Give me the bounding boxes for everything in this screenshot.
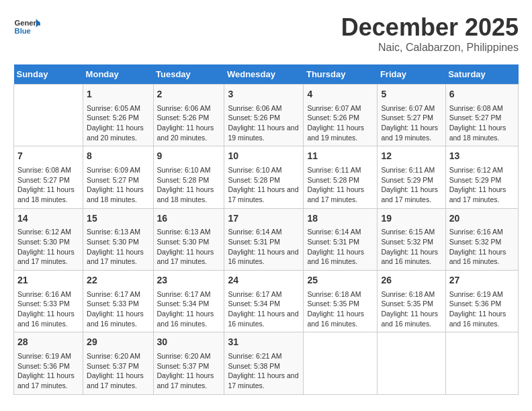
day-number: 13 [449, 150, 515, 163]
calendar-cell: 3Sunrise: 6:06 AMSunset: 5:26 PMDaylight… [224, 85, 304, 146]
week-row-2: 7Sunrise: 6:08 AMSunset: 5:27 PMDaylight… [14, 146, 519, 208]
day-info: Sunrise: 6:17 AMSunset: 5:34 PMDaylight:… [157, 289, 221, 329]
calendar-cell: 5Sunrise: 6:07 AMSunset: 5:27 PMDaylight… [378, 85, 445, 146]
day-info: Sunrise: 6:14 AMSunset: 5:31 PMDaylight:… [307, 227, 373, 267]
calendar-cell: 22Sunrise: 6:17 AMSunset: 5:33 PMDayligh… [83, 271, 153, 332]
weekday-sunday: Sunday [14, 64, 83, 85]
day-number: 5 [381, 88, 441, 101]
subtitle: Naic, Calabarzon, Philippines [341, 42, 519, 54]
day-number: 4 [307, 88, 373, 101]
page-header: General Blue December 2025 Naic, Calabar… [13, 13, 519, 54]
day-number: 30 [157, 336, 221, 349]
calendar-cell: 25Sunrise: 6:18 AMSunset: 5:35 PMDayligh… [304, 271, 378, 332]
weekday-saturday: Saturday [445, 64, 518, 85]
calendar-cell: 30Sunrise: 6:20 AMSunset: 5:37 PMDayligh… [153, 332, 224, 394]
day-number: 7 [17, 150, 79, 163]
day-info: Sunrise: 6:08 AMSunset: 5:27 PMDaylight:… [17, 165, 79, 205]
day-info: Sunrise: 6:10 AMSunset: 5:28 PMDaylight:… [157, 165, 221, 205]
weekday-monday: Monday [83, 64, 153, 85]
calendar-cell: 11Sunrise: 6:11 AMSunset: 5:28 PMDayligh… [304, 146, 378, 208]
logo: General Blue [13, 13, 40, 40]
day-number: 12 [381, 150, 441, 163]
calendar-cell: 19Sunrise: 6:15 AMSunset: 5:32 PMDayligh… [378, 208, 445, 270]
day-number: 9 [157, 150, 221, 163]
day-info: Sunrise: 6:12 AMSunset: 5:30 PMDaylight:… [17, 227, 79, 267]
logo-icon: General Blue [13, 13, 40, 40]
calendar-cell [378, 332, 445, 394]
calendar-cell: 16Sunrise: 6:13 AMSunset: 5:30 PMDayligh… [153, 208, 224, 270]
day-info: Sunrise: 6:08 AMSunset: 5:27 PMDaylight:… [449, 103, 515, 143]
calendar-cell: 9Sunrise: 6:10 AMSunset: 5:28 PMDaylight… [153, 146, 224, 208]
day-info: Sunrise: 6:20 AMSunset: 5:37 PMDaylight:… [157, 351, 221, 391]
week-row-5: 28Sunrise: 6:19 AMSunset: 5:36 PMDayligh… [14, 332, 519, 394]
day-info: Sunrise: 6:12 AMSunset: 5:29 PMDaylight:… [449, 165, 515, 205]
week-row-3: 14Sunrise: 6:12 AMSunset: 5:30 PMDayligh… [14, 208, 519, 270]
day-info: Sunrise: 6:17 AMSunset: 5:33 PMDaylight:… [87, 289, 149, 329]
day-info: Sunrise: 6:21 AMSunset: 5:38 PMDaylight:… [228, 351, 300, 391]
calendar-cell: 15Sunrise: 6:13 AMSunset: 5:30 PMDayligh… [83, 208, 153, 270]
calendar-cell: 6Sunrise: 6:08 AMSunset: 5:27 PMDaylight… [445, 85, 518, 146]
day-number: 28 [17, 336, 79, 349]
calendar-cell: 17Sunrise: 6:14 AMSunset: 5:31 PMDayligh… [224, 208, 304, 270]
main-title: December 2025 [341, 13, 519, 42]
calendar-cell: 31Sunrise: 6:21 AMSunset: 5:38 PMDayligh… [224, 332, 304, 394]
calendar-cell: 26Sunrise: 6:18 AMSunset: 5:35 PMDayligh… [378, 271, 445, 332]
svg-text:Blue: Blue [15, 27, 31, 35]
weekday-tuesday: Tuesday [153, 64, 224, 85]
day-number: 1 [87, 88, 149, 101]
day-info: Sunrise: 6:05 AMSunset: 5:26 PMDaylight:… [87, 103, 149, 143]
day-info: Sunrise: 6:15 AMSunset: 5:32 PMDaylight:… [381, 227, 441, 267]
day-number: 14 [17, 212, 79, 226]
day-number: 31 [228, 336, 300, 349]
day-info: Sunrise: 6:16 AMSunset: 5:33 PMDaylight:… [17, 289, 79, 329]
calendar-cell: 2Sunrise: 6:06 AMSunset: 5:26 PMDaylight… [153, 85, 224, 146]
calendar-cell: 18Sunrise: 6:14 AMSunset: 5:31 PMDayligh… [304, 208, 378, 270]
day-number: 19 [381, 212, 441, 226]
calendar-table: SundayMondayTuesdayWednesdayThursdayFrid… [13, 64, 519, 395]
day-number: 2 [157, 88, 221, 101]
calendar-cell: 27Sunrise: 6:19 AMSunset: 5:36 PMDayligh… [445, 271, 518, 332]
day-info: Sunrise: 6:07 AMSunset: 5:27 PMDaylight:… [381, 103, 441, 143]
calendar-cell: 7Sunrise: 6:08 AMSunset: 5:27 PMDaylight… [14, 146, 83, 208]
day-info: Sunrise: 6:18 AMSunset: 5:35 PMDaylight:… [381, 289, 441, 329]
day-info: Sunrise: 6:19 AMSunset: 5:36 PMDaylight:… [17, 351, 79, 391]
calendar-cell: 29Sunrise: 6:20 AMSunset: 5:37 PMDayligh… [83, 332, 153, 394]
calendar-cell [304, 332, 378, 394]
week-row-4: 21Sunrise: 6:16 AMSunset: 5:33 PMDayligh… [14, 271, 519, 332]
day-number: 22 [87, 274, 149, 287]
calendar-cell: 1Sunrise: 6:05 AMSunset: 5:26 PMDaylight… [83, 85, 153, 146]
calendar-cell: 28Sunrise: 6:19 AMSunset: 5:36 PMDayligh… [14, 332, 83, 394]
calendar-header: SundayMondayTuesdayWednesdayThursdayFrid… [14, 64, 519, 85]
weekday-wednesday: Wednesday [224, 64, 304, 85]
day-info: Sunrise: 6:13 AMSunset: 5:30 PMDaylight:… [87, 227, 149, 267]
calendar-cell: 10Sunrise: 6:10 AMSunset: 5:28 PMDayligh… [224, 146, 304, 208]
calendar-cell: 23Sunrise: 6:17 AMSunset: 5:34 PMDayligh… [153, 271, 224, 332]
day-info: Sunrise: 6:06 AMSunset: 5:26 PMDaylight:… [228, 103, 300, 143]
calendar-cell: 21Sunrise: 6:16 AMSunset: 5:33 PMDayligh… [14, 271, 83, 332]
day-number: 10 [228, 150, 300, 163]
day-number: 3 [228, 88, 300, 101]
title-block: December 2025 Naic, Calabarzon, Philippi… [341, 13, 519, 54]
calendar-body: 1Sunrise: 6:05 AMSunset: 5:26 PMDaylight… [14, 85, 519, 395]
week-row-1: 1Sunrise: 6:05 AMSunset: 5:26 PMDaylight… [14, 85, 519, 146]
calendar-cell: 8Sunrise: 6:09 AMSunset: 5:27 PMDaylight… [83, 146, 153, 208]
calendar-cell: 24Sunrise: 6:17 AMSunset: 5:34 PMDayligh… [224, 271, 304, 332]
day-number: 18 [307, 212, 373, 226]
day-number: 26 [381, 274, 441, 287]
day-number: 24 [228, 274, 300, 287]
calendar-cell [14, 85, 83, 146]
weekday-thursday: Thursday [304, 64, 378, 85]
day-info: Sunrise: 6:13 AMSunset: 5:30 PMDaylight:… [157, 227, 221, 267]
day-info: Sunrise: 6:16 AMSunset: 5:32 PMDaylight:… [449, 227, 515, 267]
day-info: Sunrise: 6:09 AMSunset: 5:27 PMDaylight:… [87, 165, 149, 205]
calendar-cell: 12Sunrise: 6:11 AMSunset: 5:29 PMDayligh… [378, 146, 445, 208]
day-number: 11 [307, 150, 373, 163]
day-info: Sunrise: 6:17 AMSunset: 5:34 PMDaylight:… [228, 289, 300, 329]
day-number: 20 [449, 212, 515, 226]
weekday-row: SundayMondayTuesdayWednesdayThursdayFrid… [14, 64, 519, 85]
day-info: Sunrise: 6:20 AMSunset: 5:37 PMDaylight:… [87, 351, 149, 391]
day-info: Sunrise: 6:11 AMSunset: 5:29 PMDaylight:… [381, 165, 441, 205]
day-number: 15 [87, 212, 149, 226]
day-info: Sunrise: 6:10 AMSunset: 5:28 PMDaylight:… [228, 165, 300, 205]
day-number: 16 [157, 212, 221, 226]
